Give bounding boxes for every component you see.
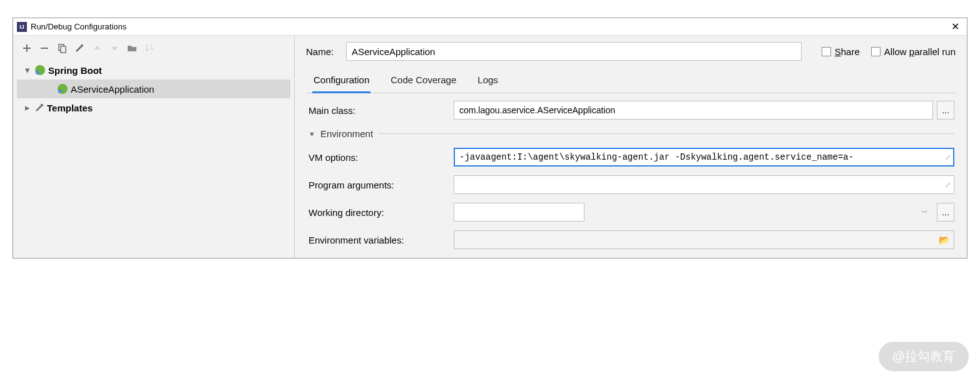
program-args-label: Program arguments: bbox=[307, 180, 447, 190]
working-dir-label: Working directory: bbox=[307, 207, 447, 218]
folder-icon[interactable] bbox=[126, 42, 138, 54]
chevron-down-icon[interactable]: ﹀ bbox=[921, 208, 928, 217]
spring-boot-icon bbox=[34, 64, 46, 76]
name-input[interactable] bbox=[346, 42, 802, 61]
titlebar: IJ Run/Debug Configurations ✕ bbox=[13, 18, 967, 36]
vm-options-label: VM options: bbox=[307, 152, 447, 163]
tree-node-aservice[interactable]: AServiceApplication bbox=[17, 80, 290, 98]
window-title: Run/Debug Configurations bbox=[31, 22, 126, 31]
config-toolbar bbox=[17, 41, 290, 61]
tree-label: Spring Boot bbox=[48, 65, 102, 76]
run-debug-dialog: IJ Run/Debug Configurations ✕ ▾ bbox=[13, 18, 967, 259]
tree-label: Templates bbox=[47, 103, 93, 113]
config-form: Main class: ... ▼ Environment VM options… bbox=[306, 93, 956, 249]
browse-main-class-button[interactable]: ... bbox=[937, 101, 954, 120]
chevron-down-icon: ▼ bbox=[309, 130, 315, 138]
tab-logs[interactable]: Logs bbox=[476, 69, 499, 93]
svg-point-8 bbox=[41, 104, 43, 106]
move-up-icon[interactable] bbox=[91, 42, 103, 54]
env-vars-input[interactable] bbox=[454, 230, 954, 249]
svg-point-5 bbox=[36, 71, 39, 74]
allow-parallel-checkbox[interactable]: Allow parallel run bbox=[871, 46, 956, 57]
right-panel: Name: Share Allow parallel run Configura… bbox=[295, 36, 967, 258]
env-vars-label: Environment variables: bbox=[307, 235, 447, 245]
chevron-down-icon[interactable]: ▾ bbox=[23, 64, 32, 76]
name-label: Name: bbox=[306, 46, 339, 57]
svg-rect-0 bbox=[41, 48, 48, 49]
working-dir-input[interactable] bbox=[454, 203, 584, 222]
checkbox-icon bbox=[871, 47, 880, 56]
share-checkbox[interactable]: Share bbox=[822, 46, 860, 57]
wrench-icon bbox=[34, 103, 44, 113]
checkbox-icon bbox=[822, 47, 831, 56]
tree-node-templates[interactable]: ▸ Templates bbox=[17, 98, 290, 117]
chevron-right-icon[interactable]: ▸ bbox=[23, 102, 32, 113]
spring-boot-icon bbox=[57, 83, 68, 95]
close-icon[interactable]: ✕ bbox=[947, 21, 963, 33]
environment-label: Environment bbox=[320, 128, 373, 139]
tab-code-coverage[interactable]: Code Coverage bbox=[389, 69, 457, 93]
program-args-input[interactable] bbox=[454, 175, 954, 194]
main-class-label: Main class: bbox=[307, 105, 447, 116]
move-down-icon[interactable] bbox=[108, 42, 121, 54]
tree-label: AServiceApplication bbox=[71, 84, 154, 95]
left-panel: ▾ Spring Boot AServiceApplication ▸ bbox=[13, 36, 295, 258]
svg-point-7 bbox=[58, 90, 62, 93]
vm-options-input[interactable] bbox=[454, 148, 954, 167]
tree-node-spring-boot[interactable]: ▾ Spring Boot bbox=[17, 61, 290, 80]
tabs: Configuration Code Coverage Logs bbox=[306, 69, 956, 93]
copy-icon[interactable] bbox=[56, 42, 68, 54]
config-tree: ▾ Spring Boot AServiceApplication ▸ bbox=[17, 61, 290, 117]
tab-configuration[interactable]: Configuration bbox=[312, 69, 370, 93]
svg-point-3 bbox=[81, 44, 83, 47]
divider bbox=[378, 133, 954, 134]
environment-section-header[interactable]: ▼ Environment bbox=[309, 128, 954, 139]
svg-rect-2 bbox=[61, 46, 66, 53]
remove-icon[interactable] bbox=[38, 42, 51, 54]
settings-icon[interactable] bbox=[73, 42, 86, 54]
main-class-input[interactable] bbox=[454, 101, 933, 120]
sort-icon[interactable] bbox=[143, 42, 156, 54]
browse-working-dir-button[interactable]: ... bbox=[937, 203, 954, 222]
intellij-icon: IJ bbox=[17, 22, 27, 32]
add-icon[interactable] bbox=[21, 42, 33, 54]
